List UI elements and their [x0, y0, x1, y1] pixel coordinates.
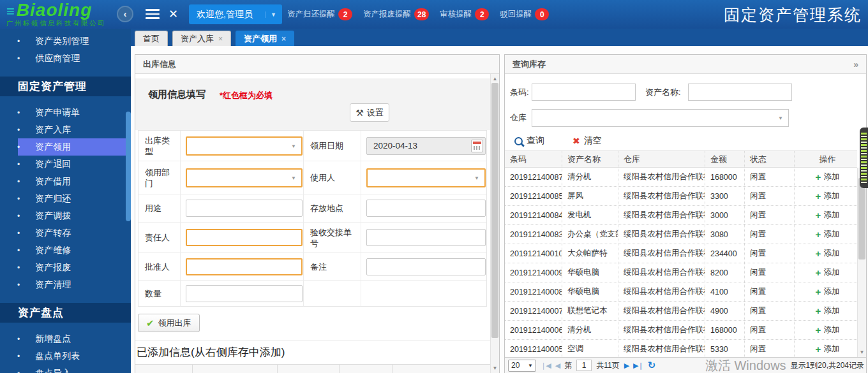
- form-text-input[interactable]: [186, 229, 303, 246]
- sidebar-item[interactable]: •资产归还: [0, 190, 131, 207]
- table-row[interactable]: 201912140085屏风绥阳县农村信用合作联社刘3300闲置+添加: [505, 187, 857, 206]
- sidebar-item[interactable]: •资产清理: [0, 276, 131, 293]
- prev-page-button[interactable]: ◀: [555, 362, 560, 370]
- scrollbar-thumb[interactable]: [491, 83, 498, 338]
- notification-item[interactable]: 审核提醒2: [440, 8, 489, 20]
- sidebar-item[interactable]: •资产维修: [0, 242, 131, 259]
- notification-item[interactable]: 资产报废提醒28: [363, 8, 429, 20]
- close-icon[interactable]: ✕: [168, 7, 178, 21]
- first-page-button[interactable]: ❘◀: [541, 362, 551, 370]
- tab-home[interactable]: 首页: [135, 31, 168, 46]
- scroll-up-icon[interactable]: ▲: [491, 76, 499, 82]
- inventory-scrollbar[interactable]: ▲ ▼: [857, 168, 866, 357]
- bullet-icon: •: [17, 194, 20, 203]
- plus-icon: +: [816, 172, 821, 182]
- form-text-input[interactable]: [366, 200, 486, 217]
- add-action-button[interactable]: +添加: [795, 340, 857, 357]
- sidebar-item[interactable]: •资产申请单: [0, 104, 131, 121]
- collapse-panel-icon[interactable]: »: [853, 59, 858, 69]
- tab-bar: 首页资产入库×资产领用×: [131, 29, 868, 46]
- sidebar-item[interactable]: •资产退回: [0, 156, 131, 173]
- form-select[interactable]: ▼: [366, 168, 486, 187]
- search-button[interactable]: 查询: [514, 135, 544, 147]
- add-action-button[interactable]: +添加: [795, 244, 857, 263]
- tab-close-icon[interactable]: ×: [218, 34, 223, 43]
- form-field-label: 验收交接单号: [304, 223, 361, 253]
- table-row[interactable]: 201912140087清分机绥阳县农村信用合作联社刘168000闲置+添加: [505, 168, 857, 187]
- sidebar-scrollbar[interactable]: [126, 112, 131, 221]
- content-area: 首页资产入库×资产领用× 出库信息 领用信息填写 *红色框为必填 ⚒ 设置 出库…: [131, 29, 868, 373]
- sidebar-item[interactable]: •盘点导入: [0, 365, 131, 373]
- add-action-button[interactable]: +添加: [795, 168, 857, 186]
- sidebar-item[interactable]: •资产调拨: [0, 207, 131, 224]
- sidebar-item-label: 资产退回: [35, 159, 71, 170]
- form-text-input[interactable]: [186, 285, 303, 302]
- barcode-input[interactable]: [532, 84, 636, 101]
- asset-name-input[interactable]: [688, 84, 792, 101]
- sidebar-item[interactable]: •供应商管理: [0, 50, 131, 67]
- date-input[interactable]: 2020-04-13: [366, 137, 486, 155]
- table-row[interactable]: 201912140010大众帕萨特绥阳县农村信用合作联社刘234400闲置+添加: [505, 244, 857, 263]
- sidebar-item[interactable]: •盘点单列表: [0, 347, 131, 365]
- sidebar-item-label: 资产转存: [35, 228, 71, 239]
- cell-warehouse: 绥阳县农村信用合作联社刘: [618, 282, 705, 301]
- sidebar-item[interactable]: •新增盘点: [0, 330, 131, 347]
- sidebar-item[interactable]: •资产报废: [0, 259, 131, 276]
- sidebar-item[interactable]: •资产入库: [0, 121, 131, 138]
- sidebar-item[interactable]: •资产转存: [0, 224, 131, 242]
- add-action-button[interactable]: +添加: [795, 187, 857, 205]
- sidebar-item[interactable]: •资产领用: [0, 138, 131, 156]
- calendar-icon[interactable]: [471, 140, 483, 152]
- add-action-button[interactable]: +添加: [795, 225, 857, 244]
- form-field-cell: ▼: [181, 131, 304, 161]
- tab-label: 资产领用: [244, 33, 277, 45]
- column-header: 金额: [705, 151, 745, 167]
- page-number-input[interactable]: 1: [576, 360, 592, 371]
- clear-button[interactable]: ✖ 清空: [572, 135, 602, 147]
- add-action-button[interactable]: +添加: [795, 282, 857, 301]
- table-row[interactable]: 201912140083办公桌（党支部办绥阳县农村信用合作联社刘3080闲置+添…: [505, 225, 857, 244]
- sidebar-item[interactable]: •资产借用: [0, 173, 131, 190]
- form-select[interactable]: ▼: [186, 168, 303, 187]
- table-row[interactable]: 201912140009华硕电脑绥阳县农村信用合作联社刘8200闲置+添加: [505, 263, 857, 282]
- cell-barcode: 201912140087: [505, 168, 562, 186]
- welcome-user-button[interactable]: 欢迎您,管理员 ▼: [189, 4, 282, 24]
- form-text-input[interactable]: [366, 229, 486, 246]
- table-row[interactable]: 201912140005空调绥阳县农村信用合作联社刘5330闲置+添加: [505, 340, 857, 357]
- requisition-submit-button[interactable]: ✔ 领用出库: [138, 314, 200, 332]
- scroll-down-icon[interactable]: ▼: [858, 349, 866, 355]
- tab-asset-requisition[interactable]: 资产领用×: [236, 31, 294, 46]
- refresh-icon[interactable]: ↻: [648, 360, 656, 371]
- form-select[interactable]: ▼: [186, 136, 303, 156]
- form-text-input[interactable]: [366, 258, 486, 275]
- add-action-button[interactable]: +添加: [795, 321, 857, 339]
- settings-button[interactable]: ⚒ 设置: [350, 103, 389, 122]
- form-text-input[interactable]: [186, 258, 303, 275]
- plus-icon: +: [816, 286, 821, 297]
- last-page-button[interactable]: ▶❘: [633, 362, 643, 370]
- table-row[interactable]: 201912140084发电机绥阳县农村信用合作联社刘3000闲置+添加: [505, 206, 857, 225]
- hamburger-menu-icon[interactable]: [146, 9, 160, 22]
- next-page-button[interactable]: ▶: [624, 362, 629, 370]
- notification-item[interactable]: 驳回提醒0: [500, 8, 549, 20]
- scroll-down-icon[interactable]: ▼: [491, 365, 499, 371]
- notification-item[interactable]: 资产归还提醒2: [287, 8, 352, 20]
- add-action-button[interactable]: +添加: [795, 263, 857, 282]
- bullet-icon: •: [17, 108, 20, 117]
- add-action-button[interactable]: +添加: [795, 206, 857, 224]
- table-row[interactable]: 201912140007联想笔记本绥阳县农村信用合作联社刘4900闲置+添加: [505, 302, 857, 321]
- add-action-button[interactable]: +添加: [795, 302, 857, 320]
- tab-asset-in[interactable]: 资产入库×: [172, 31, 231, 46]
- tab-close-icon[interactable]: ×: [281, 34, 286, 43]
- cell-warehouse: 绥阳县农村信用合作联社刘: [618, 244, 705, 263]
- table-row[interactable]: 201912140006清分机绥阳县农村信用合作联社刘168000闲置+添加: [505, 321, 857, 340]
- form-text-input[interactable]: [186, 200, 303, 217]
- page-size-select[interactable]: 20 ▼: [508, 360, 536, 372]
- cell-amount: 3300: [705, 187, 745, 205]
- outbound-scrollbar[interactable]: ▲ ▼: [490, 74, 499, 373]
- table-row[interactable]: 201912140008华硕电脑绥阳县农村信用合作联社刘4100闲置+添加: [505, 282, 857, 302]
- scrollbar-thumb[interactable]: [858, 178, 865, 260]
- warehouse-select[interactable]: ▼: [532, 109, 789, 127]
- sidebar-item[interactable]: •资产类别管理: [0, 33, 131, 50]
- sidebar-collapse-button[interactable]: ‹: [117, 6, 133, 22]
